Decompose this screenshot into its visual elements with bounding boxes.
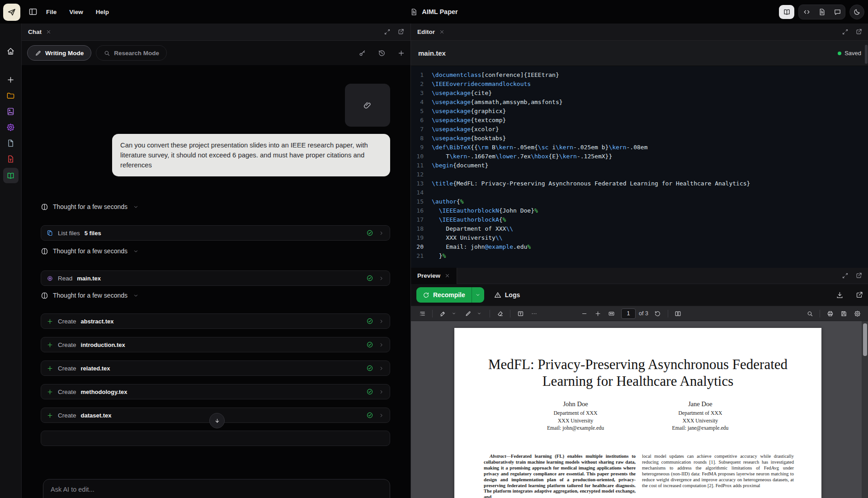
- code-line[interactable]: 14: [411, 188, 868, 197]
- code-line[interactable]: 9\def\BibTeX{{\rm B\kern-.05em{\sc i\ker…: [411, 143, 868, 152]
- document-view-button[interactable]: [814, 5, 830, 19]
- recompile-options-button[interactable]: [472, 287, 484, 303]
- rotate-page-button[interactable]: [652, 308, 663, 319]
- app-logo[interactable]: [3, 4, 20, 21]
- reader-view-button[interactable]: [779, 5, 794, 19]
- code-line[interactable]: 13\title{MedFL: Privacy-Preserving Async…: [411, 179, 868, 188]
- api-key-icon[interactable]: [359, 49, 366, 57]
- code-line[interactable]: 4\usepackage{amsmath,amssymb,amsfonts}: [411, 98, 868, 107]
- code-line[interactable]: 7\usepackage{xcolor}: [411, 125, 868, 134]
- code-line[interactable]: 15\author{%: [411, 197, 868, 206]
- new-project-button[interactable]: [4, 73, 18, 86]
- code-line[interactable]: 11\begin{document}: [411, 161, 868, 170]
- page-spread-button[interactable]: [673, 308, 684, 319]
- open-book-button[interactable]: [3, 168, 19, 183]
- pdf-viewer[interactable]: MedFL: Privacy-Preserving Asynchronous F…: [411, 321, 868, 498]
- thought-row[interactable]: Thought for a few seconds: [41, 291, 390, 300]
- fit-width-icon: [608, 310, 615, 317]
- code-line[interactable]: 19 XXX University\\: [411, 233, 868, 242]
- tool-step-card[interactable]: Createabstract.tex: [41, 313, 390, 329]
- research-mode-button[interactable]: Research Mode: [96, 45, 167, 61]
- code-view-button[interactable]: [799, 5, 814, 19]
- thought-row[interactable]: Thought for a few seconds: [41, 202, 390, 211]
- zoom-out-button[interactable]: [579, 308, 590, 319]
- home-button[interactable]: [4, 44, 18, 58]
- tab-editor[interactable]: Editor: [417, 28, 435, 35]
- attachment-card[interactable]: [345, 84, 390, 127]
- highlighter-tool-button[interactable]: [437, 308, 448, 319]
- pdf-scrollbar-thumb[interactable]: [863, 323, 867, 356]
- files-folder-button[interactable]: [4, 89, 18, 102]
- scroll-to-bottom-button[interactable]: [209, 413, 225, 428]
- chevron-down-button[interactable]: [474, 308, 485, 319]
- open-external-icon[interactable]: [855, 291, 863, 299]
- code-line[interactable]: 2\IEEEoverridecommandlockouts: [411, 80, 868, 89]
- tool-step-card[interactable]: Createintroduction.tex: [41, 337, 390, 352]
- recompile-button[interactable]: Recompile: [416, 287, 484, 303]
- chevron-down-button[interactable]: [448, 308, 459, 319]
- tab-preview[interactable]: Preview: [411, 268, 457, 284]
- code-line[interactable]: 12: [411, 170, 868, 179]
- expand-panel-icon[interactable]: [842, 272, 849, 279]
- save-pdf-button[interactable]: [838, 308, 849, 319]
- search-document-button[interactable]: [804, 308, 815, 319]
- blank-file-button[interactable]: [4, 136, 18, 150]
- close-icon[interactable]: [46, 29, 52, 35]
- page-number-input[interactable]: [621, 308, 636, 319]
- expand-panel-icon[interactable]: [384, 28, 391, 35]
- zoom-in-button[interactable]: [592, 308, 603, 319]
- pdf-scrollbar[interactable]: [862, 321, 868, 498]
- close-icon[interactable]: [444, 273, 450, 279]
- open-external-icon[interactable]: [855, 28, 862, 35]
- thought-row[interactable]: Thought for a few seconds: [41, 247, 390, 256]
- code-line[interactable]: 8\usepackage{booktabs}: [411, 134, 868, 143]
- open-external-icon[interactable]: [397, 28, 404, 35]
- open-external-icon[interactable]: [855, 272, 862, 279]
- tool-step-card[interactable]: Createrelated.tex: [41, 360, 390, 376]
- code-line[interactable]: 6\usepackage{textcomp}: [411, 116, 868, 125]
- new-chat-icon[interactable]: [397, 49, 405, 57]
- menu-file[interactable]: File: [46, 9, 57, 15]
- eraser-tool-button[interactable]: [495, 308, 505, 319]
- expand-panel-icon[interactable]: [842, 28, 849, 35]
- code-line[interactable]: 10 T\kern-.1667em\lower.7ex\hbox{E}\kern…: [411, 152, 868, 161]
- logs-button[interactable]: Logs: [494, 291, 520, 299]
- code-line[interactable]: 3\usepackage{cite}: [411, 89, 868, 98]
- code-line[interactable]: 17 \IEEEauthorblockA{%: [411, 215, 868, 224]
- tool-step-card[interactable]: Readmain.tex: [41, 270, 390, 286]
- chevron-down-icon: [475, 292, 481, 298]
- theme-toggle-button[interactable]: [849, 5, 864, 19]
- writing-mode-button[interactable]: Writing Mode: [27, 45, 91, 61]
- chat-input[interactable]: [51, 486, 382, 498]
- code-line[interactable]: 20 Email: john@example.edu%: [411, 242, 868, 251]
- menu-view[interactable]: View: [69, 9, 83, 15]
- code-line[interactable]: 1\documentclass[conference]{IEEEtran}: [411, 71, 868, 80]
- history-icon[interactable]: [378, 49, 386, 57]
- menu-help[interactable]: Help: [96, 9, 109, 15]
- tool-step-card-partial[interactable]: [41, 431, 390, 446]
- more-tools-button[interactable]: [528, 308, 539, 319]
- close-icon[interactable]: [439, 29, 445, 35]
- tab-chat[interactable]: Chat: [28, 28, 42, 35]
- settings-button[interactable]: [4, 120, 18, 134]
- print-button[interactable]: [825, 308, 835, 319]
- fit-width-button[interactable]: [606, 308, 617, 319]
- tool-step-card[interactable]: List files5 files: [41, 225, 390, 241]
- code-line[interactable]: 21 }%: [411, 251, 868, 261]
- code-editor[interactable]: 1\documentclass[conference]{IEEEtran}2\I…: [411, 66, 868, 268]
- draw-tool-button[interactable]: [462, 308, 473, 319]
- tex-file-button[interactable]: [4, 152, 18, 166]
- download-pdf-icon[interactable]: [836, 291, 844, 299]
- text-tool-button[interactable]: [515, 308, 526, 319]
- chat-view-button[interactable]: [830, 5, 845, 19]
- editor-scrollbar[interactable]: [865, 45, 868, 64]
- pdf-settings-button[interactable]: [852, 308, 863, 319]
- toggle-sidebar-button[interactable]: [417, 308, 428, 319]
- panel-toggle-icon[interactable]: [28, 7, 38, 16]
- chat-panel: Chat Writing Mode Research Mode Can you …: [22, 24, 410, 498]
- code-line[interactable]: 16 \IEEEauthorblockN{John Doe}%: [411, 206, 868, 215]
- image-file-button[interactable]: [4, 104, 18, 118]
- code-line[interactable]: 5\usepackage{graphicx}: [411, 107, 868, 116]
- code-line[interactable]: 18 Department of XXX\\: [411, 224, 868, 233]
- tool-step-card[interactable]: Createmethodology.tex: [41, 384, 390, 399]
